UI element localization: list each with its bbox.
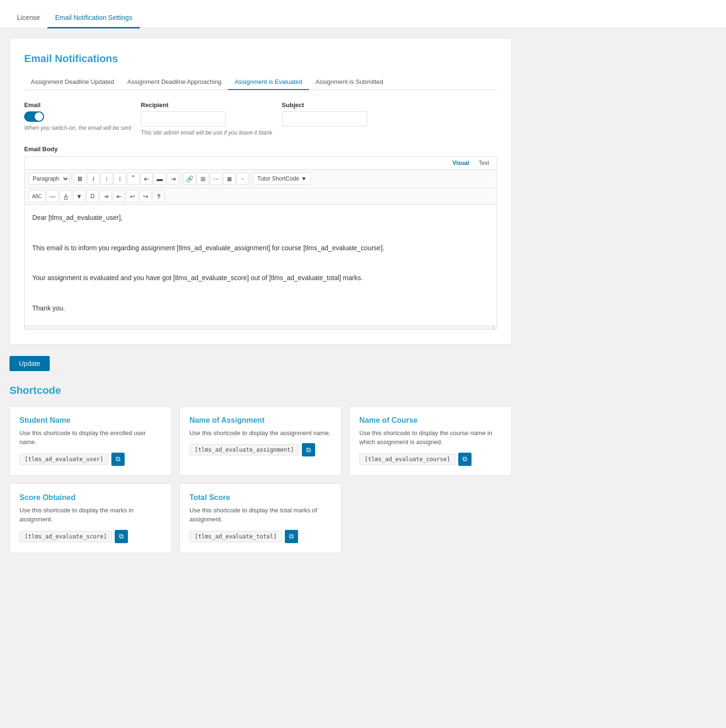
recipient-label: Recipient <box>141 101 272 109</box>
align-right-btn[interactable]: ⇥ <box>167 173 179 185</box>
unordered-list-btn[interactable]: ⁝ <box>100 173 113 185</box>
editor-mode-toggle: Visual Text <box>25 157 497 170</box>
shortcode-grid-empty <box>349 483 512 553</box>
shortcode-card-assignment-name: Name of Assignment Use this shortcode to… <box>180 406 342 476</box>
editor-container: Visual Text Paragraph B I ⁝ ⁞ " ⇤ ▬ <box>24 156 497 330</box>
shortcode-card-desc-2: Use this shortcode to display the course… <box>359 428 502 447</box>
update-button[interactable]: Update <box>9 356 50 371</box>
toggle-track[interactable] <box>24 111 44 122</box>
redo-btn[interactable]: ↪ <box>139 190 152 202</box>
font-color-dropdown-btn[interactable]: ▼ <box>73 190 85 202</box>
copy-btn-2[interactable]: ⧉ <box>458 453 472 466</box>
copy-icon-2: ⧉ <box>463 455 467 463</box>
main-content: Email Notifications Assignment Deadline … <box>0 28 521 563</box>
copy-icon-4: ⧉ <box>289 532 294 540</box>
recipient-note: This site admin email will be use if you… <box>141 129 272 136</box>
copy-btn-0[interactable]: ⧉ <box>111 453 125 466</box>
shortcode-card-title-1: Name of Assignment <box>190 416 332 425</box>
italic-btn[interactable]: I <box>87 173 100 185</box>
shortcode-tag-0: [tlms_ad_evaluate_user] <box>19 454 109 465</box>
shortcode-tag-wrap-0: [tlms_ad_evaluate_user] ⧉ <box>19 453 162 466</box>
subject-group: Subject <box>282 101 367 127</box>
copy-btn-3[interactable]: ⧉ <box>115 530 128 543</box>
shortcode-tag-wrap-2: [tlms_ad_evaluate_course] ⧉ <box>359 453 502 466</box>
text-mode-btn[interactable]: Text <box>474 159 494 167</box>
special-char-btn[interactable]: Ω <box>86 190 99 202</box>
font-color-btn[interactable]: A <box>60 190 72 202</box>
shortcode-tag-3: [tlms_ad_evaluate_score] <box>19 531 112 542</box>
shortcode-card-title-3: Score Obtained <box>19 493 162 502</box>
top-tab-bar: License Email Notification Settings <box>0 0 726 28</box>
fields-row: Email When you switch-on, the email will… <box>24 101 497 136</box>
help-btn[interactable]: ? <box>153 190 165 202</box>
email-toggle-note: When you switch-on, the email will be se… <box>24 125 131 131</box>
subject-label: Subject <box>282 101 367 109</box>
tab-email-notification-settings[interactable]: Email Notification Settings <box>47 6 140 28</box>
undo-btn[interactable]: ↩ <box>126 190 138 202</box>
sub-tab-bar: Assignment Deadline Updated Assignment D… <box>24 74 497 90</box>
align-left-btn[interactable]: ⇤ <box>140 173 153 185</box>
outdent-btn[interactable]: ⇤ <box>113 190 125 202</box>
ordered-list-btn[interactable]: ⁞ <box>114 173 126 185</box>
shortcode-tag-wrap-1: [tlms_ad_evaluate_assignment] ⧉ <box>190 443 332 456</box>
highlight-btn[interactable]: ▦ <box>223 173 236 185</box>
shortcode-card-desc-0: Use this shortcode to display the enroll… <box>19 428 162 447</box>
resize-icon: ↕ <box>492 324 495 331</box>
indent-btn[interactable]: ⇥ <box>100 190 112 202</box>
email-notifications-card: Email Notifications Assignment Deadline … <box>9 38 512 345</box>
link-btn[interactable]: 🔗 <box>183 173 196 185</box>
toolbar-row-2-inner: ABC — A ▼ Ω ⇥ ⇤ ↩ ↪ ? <box>28 190 493 202</box>
email-toggle-group: Email When you switch-on, the email will… <box>24 101 131 131</box>
email-label: Email <box>24 101 131 109</box>
shortcode-tag-wrap-3: [tlms_ad_evaluate_score] ⧉ <box>19 530 162 543</box>
sub-tab-is-submitted[interactable]: Assignment is Submitted <box>309 74 390 90</box>
separator-1 <box>72 174 72 183</box>
shortcode-tag-1: [tlms_ad_evaluate_assignment] <box>190 444 299 455</box>
recipient-input[interactable] <box>141 111 226 127</box>
toolbar-row-1: Paragraph B I ⁝ ⁞ " ⇤ ▬ ⇥ 🔗 ⊞ ⋯ ▦ ▫ <box>28 173 311 185</box>
copy-btn-4[interactable]: ⧉ <box>285 530 298 543</box>
table-btn[interactable]: ⊞ <box>197 173 209 185</box>
shortcode-card-desc-1: Use this shortcode to display the assign… <box>190 428 332 438</box>
toggle-thumb <box>35 112 43 121</box>
abc-btn[interactable]: ABC <box>28 190 45 202</box>
dash-btn[interactable]: — <box>46 190 59 202</box>
visual-mode-btn[interactable]: Visual <box>448 159 474 167</box>
editor-resize-handle[interactable]: ↕ <box>25 326 497 329</box>
blockquote-btn[interactable]: " <box>127 173 139 185</box>
tutor-shortcode-label: Tutor ShortCode <box>257 175 299 182</box>
sub-tab-deadline-approaching[interactable]: Assignment Deadline Approaching <box>121 74 228 90</box>
tutor-shortcode-arrow: ▼ <box>301 175 307 182</box>
subject-input[interactable] <box>282 111 367 127</box>
shortcode-card-course-name: Name of Course Use this shortcode to dis… <box>349 406 512 476</box>
copy-icon-0: ⧉ <box>116 455 120 463</box>
email-toggle[interactable] <box>24 111 131 122</box>
bold-btn[interactable]: B <box>74 173 86 185</box>
shortcode-grid: Student Name Use this shortcode to displ… <box>9 406 512 553</box>
embed-btn[interactable]: ▫ <box>236 173 249 185</box>
shortcode-card-title-0: Student Name <box>19 416 162 425</box>
copy-icon-3: ⧉ <box>119 532 124 540</box>
separator-2 <box>181 174 182 183</box>
shortcode-card-title-2: Name of Course <box>359 416 502 425</box>
shortcode-section-title: Shortcode <box>9 384 512 397</box>
email-body-label: Email Body <box>24 146 497 153</box>
separator-3 <box>251 174 251 183</box>
more-btn[interactable]: ⋯ <box>210 173 222 185</box>
editor-toolbar-row1: Paragraph B I ⁝ ⁞ " ⇤ ▬ ⇥ 🔗 ⊞ ⋯ ▦ ▫ <box>25 170 497 188</box>
sub-tab-deadline-updated[interactable]: Assignment Deadline Updated <box>24 74 121 90</box>
shortcode-tag-wrap-4: [tlms_ad_evaluate_total] ⧉ <box>190 530 332 543</box>
copy-btn-1[interactable]: ⧉ <box>302 443 315 456</box>
align-center-btn[interactable]: ▬ <box>154 173 166 185</box>
sub-tab-is-evaluated[interactable]: Assignment is Evaluated <box>228 74 309 90</box>
shortcode-tag-4: [tlms_ad_evaluate_total] <box>190 531 282 542</box>
recipient-group: Recipient This site admin email will be … <box>141 101 272 136</box>
shortcode-card-desc-4: Use this shortcode to display the total … <box>190 506 332 524</box>
shortcode-card-total-score: Total Score Use this shortcode to displa… <box>180 483 342 553</box>
shortcode-card-score-obtained: Score Obtained Use this shortcode to dis… <box>9 483 172 553</box>
editor-area[interactable]: Dear [tlms_ad_evaluate_user], This email… <box>25 205 497 326</box>
shortcode-card-desc-3: Use this shortcode to display the marks … <box>19 506 162 524</box>
paragraph-select[interactable]: Paragraph <box>28 173 70 185</box>
tutor-shortcode-btn[interactable]: Tutor ShortCode ▼ <box>253 173 311 185</box>
tab-license[interactable]: License <box>9 6 47 28</box>
